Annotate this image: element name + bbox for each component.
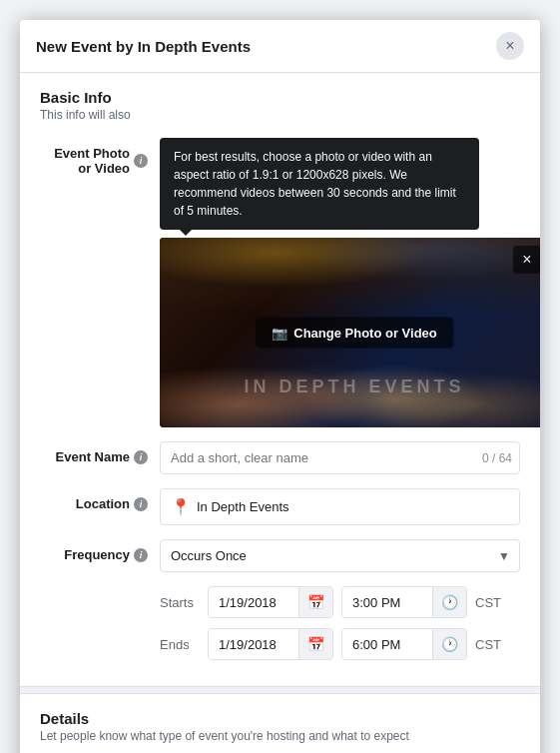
ends-calendar-icon[interactable]: 📅 bbox=[298, 629, 332, 659]
event-name-info-icon[interactable]: i bbox=[134, 450, 148, 464]
location-value: In Depth Events bbox=[197, 499, 289, 514]
photo-tooltip: For best results, choose a photo or vide… bbox=[160, 138, 479, 230]
photo-form-row: Event Photo or Video i For best results,… bbox=[40, 138, 520, 427]
starts-label: Starts bbox=[160, 595, 200, 610]
remove-photo-button[interactable]: × bbox=[513, 246, 540, 274]
modal-header: New Event by In Depth Events × bbox=[20, 20, 540, 73]
details-title: Details bbox=[40, 710, 520, 727]
photo-control: For best results, choose a photo or vide… bbox=[160, 138, 540, 427]
starts-date-group: 📅 bbox=[208, 586, 333, 618]
ends-clock-icon[interactable]: 🕐 bbox=[432, 629, 466, 659]
starts-date-input[interactable] bbox=[209, 588, 298, 617]
ends-timezone: CST bbox=[475, 637, 501, 652]
ends-row: Ends 📅 🕐 CST bbox=[160, 628, 520, 660]
details-section: Details Let people know what type of eve… bbox=[20, 694, 540, 753]
camera-icon: 📷 bbox=[272, 326, 287, 341]
starts-timezone: CST bbox=[475, 595, 501, 610]
ends-date-group: 📅 bbox=[208, 628, 333, 660]
starts-row: Starts 📅 🕐 CST bbox=[160, 586, 520, 618]
location-pin-icon: 📍 bbox=[171, 497, 191, 516]
starts-clock-icon[interactable]: 🕐 bbox=[432, 587, 466, 617]
event-name-control: 0 / 64 bbox=[160, 441, 520, 474]
ends-label: Ends bbox=[160, 637, 200, 652]
char-count: 0 / 64 bbox=[482, 451, 512, 465]
frequency-info-icon[interactable]: i bbox=[134, 548, 148, 562]
location-control: 📍 In Depth Events bbox=[160, 488, 520, 525]
details-subtitle: Let people know what type of event you'r… bbox=[40, 729, 520, 743]
section-divider bbox=[20, 686, 540, 694]
starts-time-group: 🕐 bbox=[341, 586, 467, 618]
event-name-label: Event Name i bbox=[40, 441, 160, 464]
frequency-control: Occurs Once Recurring ▼ bbox=[160, 539, 520, 572]
starts-time-input[interactable] bbox=[342, 588, 432, 617]
photo-label: Event Photo or Video i bbox=[40, 138, 160, 176]
watermark-text: IN DEPTH EVENTS bbox=[244, 376, 464, 397]
location-label: Location i bbox=[40, 488, 160, 511]
basic-info-section: Basic Info This info will also Event Pho… bbox=[20, 73, 540, 686]
photo-container[interactable]: IN DEPTH EVENTS 📷 Change Photo or Video … bbox=[160, 238, 540, 427]
basic-info-subtitle: This info will also bbox=[40, 108, 520, 122]
location-input[interactable]: 📍 In Depth Events bbox=[160, 488, 520, 525]
frequency-row: Frequency i Occurs Once Recurring ▼ bbox=[40, 539, 520, 572]
frequency-label: Frequency i bbox=[40, 539, 160, 562]
photo-info-icon[interactable]: i bbox=[134, 154, 148, 168]
event-name-input[interactable] bbox=[160, 441, 520, 474]
modal-close-button[interactable]: × bbox=[496, 32, 524, 60]
modal-body: Basic Info This info will also Event Pho… bbox=[20, 73, 540, 753]
event-name-row: Event Name i 0 / 64 bbox=[40, 441, 520, 474]
basic-info-title: Basic Info bbox=[40, 89, 520, 106]
location-row: Location i 📍 In Depth Events bbox=[40, 488, 520, 525]
ends-time-group: 🕐 bbox=[341, 628, 467, 660]
ends-date-input[interactable] bbox=[209, 630, 298, 659]
starts-calendar-icon[interactable]: 📅 bbox=[298, 587, 332, 617]
location-info-icon[interactable]: i bbox=[134, 497, 148, 511]
frequency-select[interactable]: Occurs Once Recurring bbox=[160, 539, 520, 572]
ends-time-input[interactable] bbox=[342, 630, 432, 659]
change-photo-button[interactable]: 📷 Change Photo or Video bbox=[256, 318, 453, 349]
new-event-modal: New Event by In Depth Events × Basic Inf… bbox=[20, 20, 540, 753]
lights-overlay bbox=[160, 238, 540, 314]
modal-title: New Event by In Depth Events bbox=[36, 38, 251, 55]
